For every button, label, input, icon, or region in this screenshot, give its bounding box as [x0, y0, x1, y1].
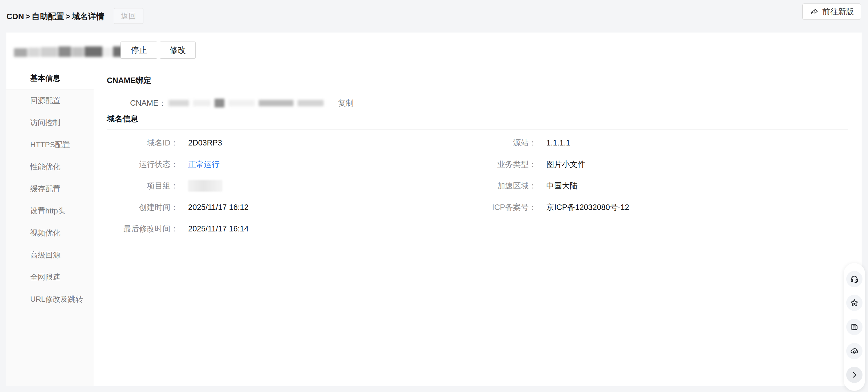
- cname-label: CNAME：: [130, 98, 166, 108]
- redacted-cname-value: [169, 98, 331, 108]
- domain-detail-card: 停止 修改 基本信息 回源配置 访问控制 HTTPS配置 性能优化 缓存配置 设…: [6, 32, 862, 386]
- documentation-button[interactable]: [846, 319, 863, 335]
- breadcrumb-self-config[interactable]: 自助配置: [32, 11, 64, 22]
- info-row: 运行状态： 正常运行 业务类型： 图片小文件: [94, 154, 862, 175]
- domain-info-grid: 域名ID： 2D03RP3 源站： 1.1.1.1 运行状态： 正常运行 业务类…: [94, 132, 862, 240]
- go-to-new-version-label: 前往新版: [823, 6, 854, 17]
- running-status-value[interactable]: 正常运行: [188, 159, 219, 170]
- floating-toolbar: [844, 263, 865, 391]
- info-row: 创建时间： 2025/11/17 16:12 ICP备案号： 京ICP备1203…: [94, 197, 862, 218]
- back-button[interactable]: 返回: [114, 8, 144, 24]
- chevron-right-icon: [850, 370, 859, 379]
- domain-id-label: 域名ID：: [94, 138, 178, 148]
- business-type-value: 图片小文件: [546, 159, 586, 170]
- info-row: 最后修改时间： 2025/11/17 16:14: [94, 218, 862, 240]
- go-to-new-version-button[interactable]: 前往新版: [802, 3, 861, 20]
- document-icon: [850, 323, 859, 331]
- last-modified-time-value: 2025/11/17 16:14: [188, 224, 248, 234]
- modify-button[interactable]: 修改: [160, 41, 196, 59]
- sidebar-item-url-rewrite-redirect[interactable]: URL修改及跳转: [6, 288, 94, 310]
- breadcrumb-separator: >: [66, 12, 70, 21]
- domain-header: 停止 修改: [6, 32, 862, 67]
- settings-sidebar: 基本信息 回源配置 访问控制 HTTPS配置 性能优化 缓存配置 设置http头…: [6, 67, 94, 386]
- breadcrumb-domain-detail: 域名详情: [72, 11, 104, 22]
- sidebar-item-http-headers[interactable]: 设置http头: [6, 200, 94, 222]
- sidebar-item-basic-info[interactable]: 基本信息: [6, 67, 94, 89]
- running-status-label: 运行状态：: [94, 159, 178, 170]
- breadcrumb: CDN > 自助配置 > 域名详情: [6, 11, 104, 22]
- origin-value: 1.1.1.1: [546, 139, 570, 148]
- star-icon: [850, 299, 859, 307]
- cname-section-title: CNAME绑定: [107, 75, 151, 86]
- sidebar-item-access-control[interactable]: 访问控制: [6, 112, 94, 133]
- project-group-label: 项目组：: [94, 181, 178, 191]
- acceleration-region-label: 加速区域：: [478, 181, 536, 191]
- cdn-domain-detail-page: CDN > 自助配置 > 域名详情 返回 前往新版 停止 修改 基本信息 回源配…: [0, 0, 868, 392]
- favorite-star-button[interactable]: [846, 295, 863, 311]
- sidebar-item-performance[interactable]: 性能优化: [6, 156, 94, 178]
- sidebar-item-network-speed-limit[interactable]: 全网限速: [6, 266, 94, 288]
- business-type-label: 业务类型：: [478, 159, 536, 170]
- cname-row: CNAME： 复制: [130, 95, 354, 111]
- domain-info-section-title: 域名信息: [107, 114, 138, 124]
- sidebar-item-video-optimization[interactable]: 视频优化: [6, 222, 94, 244]
- created-time-label: 创建时间：: [94, 202, 178, 213]
- support-headset-button[interactable]: [846, 271, 863, 287]
- basic-info-panel: CNAME绑定 CNAME： 复制 域名信息 域名ID： 2D03RP3: [94, 67, 862, 386]
- stop-button[interactable]: 停止: [121, 41, 157, 59]
- breadcrumb-cdn[interactable]: CDN: [6, 12, 24, 21]
- redacted-project-group-value: [188, 180, 222, 192]
- icp-number-value: 京ICP备12032080号-12: [546, 202, 629, 213]
- sidebar-item-https-config[interactable]: HTTPS配置: [6, 133, 94, 156]
- sidebar-item-origin-config[interactable]: 回源配置: [6, 89, 94, 112]
- domain-id-value: 2D03RP3: [188, 139, 222, 148]
- info-row: 项目组： 加速区域： 中国大陆: [94, 175, 862, 197]
- divider: [107, 129, 848, 129]
- cloud-bell-icon: [850, 347, 859, 355]
- last-modified-time-label: 最后修改时间：: [94, 223, 178, 234]
- sidebar-item-cache-config[interactable]: 缓存配置: [6, 178, 94, 200]
- icp-number-label: ICP备案号：: [478, 202, 536, 213]
- created-time-value: 2025/11/17 16:12: [188, 203, 248, 212]
- copy-cname-button[interactable]: 复制: [338, 98, 354, 108]
- cloud-notification-button[interactable]: [846, 343, 863, 359]
- jump-arrow-icon: [810, 7, 819, 16]
- breadcrumb-separator: >: [26, 12, 30, 21]
- divider: [107, 91, 848, 91]
- sidebar-item-advanced-origin[interactable]: 高级回源: [6, 244, 94, 266]
- headset-icon: [850, 275, 859, 283]
- collapse-toolbar-button[interactable]: [846, 367, 863, 383]
- origin-label: 源站：: [478, 138, 536, 148]
- acceleration-region-value: 中国大陆: [546, 181, 578, 191]
- info-row: 域名ID： 2D03RP3 源站： 1.1.1.1: [94, 132, 862, 154]
